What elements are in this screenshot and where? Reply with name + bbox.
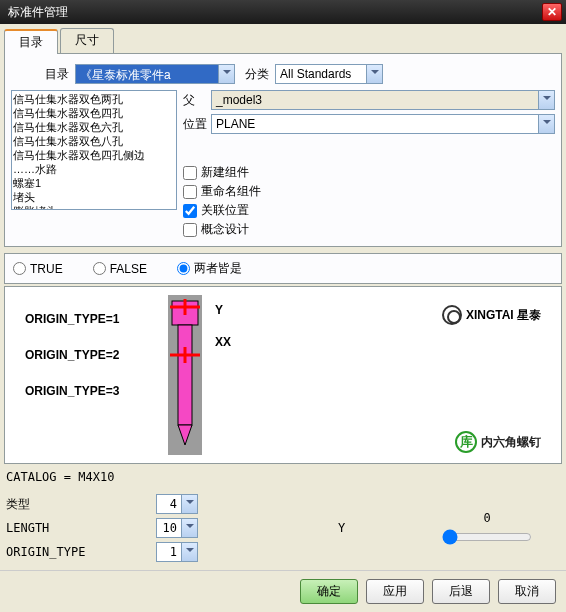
cancel-button[interactable]: 取消 [498,579,556,604]
list-item[interactable]: 信马仕集水器双色四孔 [13,106,175,120]
library-icon: 库 [455,431,477,453]
back-button[interactable]: 后退 [432,579,490,604]
ok-button[interactable]: 确定 [300,579,358,604]
check-merge[interactable]: 概念设计 [183,221,555,238]
check-new-group[interactable]: 新建组件 [183,164,555,181]
origin-type-2-label: ORIGIN_TYPE=2 [25,337,119,373]
dim-xx-label: XX [215,335,231,349]
chevron-down-icon[interactable] [181,519,197,537]
position-label: 位置 [183,116,211,133]
catalog-combo[interactable]: 《星泰标准零件a [75,64,235,84]
tab-catalog[interactable]: 目录 [4,29,58,54]
catalog-label: 目录 [41,66,69,83]
check-rename-group[interactable]: 重命名组件 [183,183,555,200]
parts-listbox[interactable]: 信马仕集水器双色两孔 信马仕集水器双色四孔 信马仕集水器双色六孔 信马仕集水器双… [11,90,177,210]
origin-type-3-label: ORIGIN_TYPE=3 [25,373,119,409]
list-item[interactable]: 膨胀堵头 [13,204,175,210]
chevron-down-icon[interactable] [538,91,554,109]
apply-button[interactable]: 应用 [366,579,424,604]
param-length-label: LENGTH [6,521,156,535]
param-length-spinner[interactable]: 10 [156,518,198,538]
list-item[interactable]: 信马仕集水器双色六孔 [13,120,175,134]
tab-dimensions[interactable]: 尺寸 [60,28,114,53]
preview-area: ORIGIN_TYPE=1 ORIGIN_TYPE=2 ORIGIN_TYPE=… [4,286,562,464]
param-y-label: Y [338,521,345,535]
parent-combo[interactable]: _model3 [211,90,555,110]
chevron-down-icon[interactable] [181,495,197,513]
y-slider[interactable] [442,529,532,545]
window-title: 标准件管理 [4,4,542,21]
parent-label: 父 [183,92,211,109]
chevron-down-icon[interactable] [218,65,234,83]
param-type-spinner[interactable]: 4 [156,494,198,514]
param-type-label: 类型 [6,496,156,513]
catalog-text: CATALOG = M4X10 [4,464,562,490]
dim-y-label: Y [215,303,231,317]
close-icon: ✕ [547,5,557,19]
position-combo[interactable]: PLANE [211,114,555,134]
screw-diagram [160,295,210,458]
close-button[interactable]: ✕ [542,3,562,21]
radio-both[interactable]: 两者皆是 [177,260,242,277]
radio-true[interactable]: TRUE [13,260,63,277]
check-link-position[interactable]: 关联位置 [183,202,555,219]
chevron-down-icon[interactable] [538,115,554,133]
part-name-label: 内六角螺钉 [481,434,541,451]
svg-rect-2 [178,325,192,425]
param-origin-label: ORIGIN_TYPE [6,545,156,559]
list-item[interactable]: 信马仕集水器双色两孔 [13,92,175,106]
brand-ring-icon [442,305,462,325]
slider-value: 0 [483,511,490,525]
chevron-down-icon[interactable] [366,65,382,83]
list-item[interactable]: 信马仕集水器双色四孔侧边 [13,148,175,162]
origin-type-1-label: ORIGIN_TYPE=1 [25,301,119,337]
radio-false[interactable]: FALSE [93,260,147,277]
list-item[interactable]: 堵头 [13,190,175,204]
brand-logo: XINGTAI 星泰 [442,305,541,325]
chevron-down-icon[interactable] [181,543,197,561]
category-combo[interactable]: All Standards [275,64,383,84]
list-item[interactable]: ……水路 [13,162,175,176]
category-label: 分类 [241,66,269,83]
param-origin-spinner[interactable]: 1 [156,542,198,562]
list-item[interactable]: 信马仕集水器双色八孔 [13,134,175,148]
list-item[interactable]: 螺塞1 [13,176,175,190]
